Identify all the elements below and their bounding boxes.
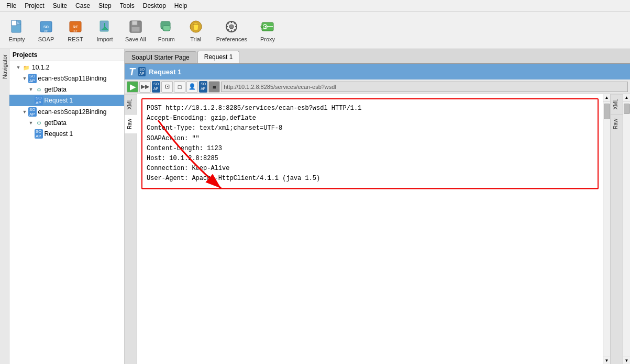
toolbar-saveall-label: Save All xyxy=(125,36,146,42)
toolbar-empty-button[interactable]: Empty xyxy=(3,14,30,47)
right-tab-xml[interactable]: XML xyxy=(611,94,623,114)
toolbar-preferences-button[interactable]: Preferences xyxy=(212,14,252,47)
svg-rect-13 xyxy=(132,21,137,25)
sidebar-item-label-req2: Request 1 xyxy=(45,130,73,138)
toolbar-rest-button[interactable]: RE ST REST xyxy=(62,14,89,47)
expand-icon-soap12: ▼ xyxy=(22,109,27,115)
http-box: POST http://10.1.2.8:8285/services/ecan-… xyxy=(141,98,599,189)
menu-case[interactable]: Case xyxy=(71,1,94,10)
scroll-down-btn[interactable]: ▼ xyxy=(603,357,611,364)
outer-scroll-thumb[interactable] xyxy=(624,104,630,114)
sidebar-item-label-getdata2: getData xyxy=(45,119,67,127)
folder-icon: 📁 xyxy=(22,63,30,72)
toolbar-saveall-button[interactable]: Save All xyxy=(120,14,151,47)
main-layout: Navigator Projects ▼ 📁 10.1.2 ▼ SOAP eca… xyxy=(0,49,630,364)
left-tab-raw[interactable]: Raw xyxy=(125,114,137,133)
rest-icon: RE ST xyxy=(67,18,84,35)
run-alt-button[interactable]: ▶▶ xyxy=(139,81,151,93)
scroll-thumb[interactable] xyxy=(604,104,610,119)
url-input[interactable] xyxy=(221,82,628,92)
sidebar-item-getdata2[interactable]: ▼ ⚙ getData xyxy=(9,118,124,128)
proxy-icon xyxy=(259,18,276,35)
content-area: SoapUI Starter Page Request 1 T SOAP Req… xyxy=(125,49,630,364)
toolbar-forum-button[interactable]: Forum xyxy=(153,14,180,47)
expand-icon: ▼ xyxy=(16,65,21,70)
svg-text:ST: ST xyxy=(73,29,78,32)
menu-step[interactable]: Step xyxy=(94,1,116,10)
toolbar-proxy-label: Proxy xyxy=(260,36,275,42)
menu-desktop[interactable]: Desktop xyxy=(139,1,170,10)
soap-btn2: SOAP xyxy=(199,81,207,93)
sidebar-item-req1-selected[interactable]: SOAP Request 1 xyxy=(9,95,124,106)
toolbar-soap-label: SOAP xyxy=(38,36,54,42)
toolbar-rest-label: REST xyxy=(68,36,83,42)
svg-text:SO: SO xyxy=(43,25,49,29)
outer-scroll-up[interactable]: ▲ xyxy=(623,94,631,101)
http-line-2: Accept-Encoding: gzip,deflate xyxy=(147,113,593,123)
http-line-5: Content-Length: 1123 xyxy=(147,144,593,154)
http-content-area: POST http://10.1.2.8:8285/services/ecan-… xyxy=(137,94,603,364)
sidebar-item-label-req1: Request 1 xyxy=(45,97,73,104)
svg-text:AP: AP xyxy=(44,29,48,32)
sidebar-item-soap11[interactable]: ▼ SOAP ecan-esbSoap11Binding xyxy=(9,73,124,84)
toolbar-soap-button[interactable]: SO AP SOAP xyxy=(32,14,60,47)
http-line-7: Connection: Keep-Alive xyxy=(147,164,593,174)
side-tabs-right: XML Raw xyxy=(610,94,623,364)
stop-btn[interactable]: ■ xyxy=(208,81,220,93)
scroll-up-btn[interactable]: ▲ xyxy=(603,94,611,101)
soap-badge-req2: SOAP xyxy=(35,129,43,139)
format-btn[interactable]: ⊡ xyxy=(161,81,173,93)
request-body-area: XML Raw xyxy=(125,94,630,364)
method-icon-1: ⚙ xyxy=(35,85,43,94)
vertical-scrollbar[interactable]: ▲ ▼ xyxy=(603,94,610,364)
request-panel: T SOAP Request 1 ▶ ▶▶ SOAP ⊡ □ 👤 SOAP ■ xyxy=(125,64,630,364)
navigator-tab-label[interactable]: Navigator xyxy=(1,51,9,82)
toolbar-trial-button[interactable]: Trial xyxy=(182,14,209,47)
sidebar-item-req2[interactable]: SOAP Request 1 xyxy=(9,128,124,140)
http-line-6: Host: 10.1.2.8:8285 xyxy=(147,154,593,164)
method-icon-2: ⚙ xyxy=(35,119,43,127)
soap-badge-11: SOAP xyxy=(28,74,37,83)
sidebar-item-soap12[interactable]: ▼ SOAP ecan-esbSoap12Binding xyxy=(9,106,124,118)
toolbar-proxy-button[interactable]: Proxy xyxy=(254,14,281,47)
user-btn[interactable]: 👤 xyxy=(186,81,198,93)
http-line-1: POST http://10.1.2.8:8285/services/ecan-… xyxy=(147,104,593,113)
square-btn[interactable]: □ xyxy=(174,81,185,93)
run-button[interactable]: ▶ xyxy=(127,81,138,93)
request-header-bar: T SOAP Request 1 xyxy=(125,64,630,79)
toolbar-import-button[interactable]: Import xyxy=(91,14,118,47)
svg-text:RE: RE xyxy=(72,25,79,29)
toolbar-empty-label: Empty xyxy=(8,36,25,42)
svg-point-21 xyxy=(229,25,234,29)
menubar: File Project Suite Case Step Tools Deskt… xyxy=(0,0,630,12)
menu-project[interactable]: Project xyxy=(20,1,48,10)
tab-starter[interactable]: SoapUI Starter Page xyxy=(125,51,196,63)
menu-help[interactable]: Help xyxy=(170,1,192,10)
right-tab-raw[interactable]: Raw xyxy=(611,114,623,133)
sidebar-item-label-getdata1: getData xyxy=(45,86,67,93)
svg-point-33 xyxy=(265,26,267,27)
svg-rect-16 xyxy=(163,26,170,31)
sidebar-item-root[interactable]: ▼ 📁 10.1.2 xyxy=(9,62,124,73)
tree-item-root: ▼ 📁 10.1.2 ▼ SOAP ecan-esbSoap11Binding … xyxy=(9,61,124,141)
sidebar-item-getdata1[interactable]: ▼ ⚙ getData xyxy=(9,84,124,95)
left-tab-xml[interactable]: XML xyxy=(125,94,137,114)
sidebar-header: Projects xyxy=(9,49,124,61)
new-icon xyxy=(8,18,25,35)
toolbar: Empty SO AP SOAP RE ST REST xyxy=(0,12,630,49)
sidebar: Projects ▼ 📁 10.1.2 ▼ SOAP ecan-esbSoap1… xyxy=(9,49,125,364)
http-line-8: User-Agent: Apache-HttpClient/4.1.1 (jav… xyxy=(147,174,593,184)
outer-scroll-down[interactable]: ▼ xyxy=(623,357,631,364)
menu-suite[interactable]: Suite xyxy=(49,1,71,10)
tab-request1[interactable]: Request 1 xyxy=(197,51,240,63)
outer-scrollbar[interactable]: ▲ ▼ xyxy=(623,94,630,364)
expand-icon-gd2: ▼ xyxy=(28,120,34,126)
request-title: Request 1 xyxy=(149,68,181,76)
sidebar-item-label-soap11: ecan-esbSoap11Binding xyxy=(38,75,107,82)
forum-icon xyxy=(158,18,175,35)
http-line-3: Content-Type: text/xml;charset=UTF-8 xyxy=(147,123,593,133)
prefs-icon xyxy=(223,18,240,35)
toolbar-forum-label: Forum xyxy=(158,36,175,42)
menu-tools[interactable]: Tools xyxy=(116,1,139,10)
menu-file[interactable]: File xyxy=(2,1,20,10)
